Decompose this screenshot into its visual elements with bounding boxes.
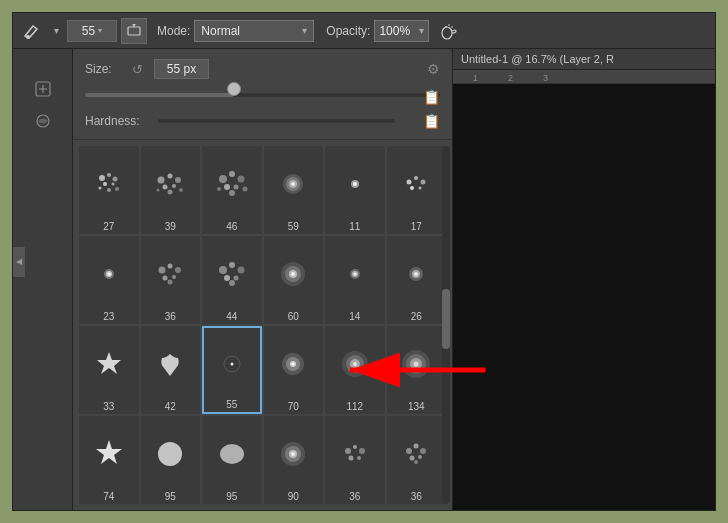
- airbrush-toggle[interactable]: [437, 19, 461, 43]
- brush-item[interactable]: 33: [79, 326, 139, 414]
- brush-label: 90: [288, 491, 299, 502]
- brush-item[interactable]: 70: [264, 326, 324, 414]
- sidebar-tool-2[interactable]: [23, 107, 63, 135]
- brush-item[interactable]: 112: [325, 326, 385, 414]
- brush-preview-20: [143, 418, 199, 489]
- svg-point-60: [233, 275, 238, 280]
- brush-item[interactable]: 46: [202, 146, 262, 234]
- brush-preview-19: [81, 418, 137, 489]
- brush-item[interactable]: 95: [141, 416, 201, 504]
- brush-item-selected[interactable]: 55: [202, 326, 262, 414]
- brush-item[interactable]: 74: [79, 416, 139, 504]
- brush-item[interactable]: 59: [264, 146, 324, 234]
- svg-point-43: [414, 176, 418, 180]
- brush-preview-3: [204, 148, 260, 219]
- sidebar-tool-1[interactable]: [23, 75, 63, 103]
- top-toolbar: ▾ 55 ▾ Mode: Normal ▾ Opacity: 100% ▾: [13, 13, 715, 49]
- brush-preview-2: [143, 148, 199, 219]
- brush-panel: Size: ↺ 55 px ⚙ 📋 Hardness:: [73, 49, 453, 510]
- clip-size-icon[interactable]: 📋: [423, 89, 440, 105]
- brush-preview-17: [327, 328, 383, 399]
- mode-dropdown-arrow: ▾: [302, 25, 307, 36]
- svg-point-52: [175, 267, 181, 273]
- brush-item[interactable]: 14: [325, 236, 385, 324]
- brush-scrollbar[interactable]: [442, 146, 450, 504]
- brush-preview-16: [266, 328, 322, 399]
- svg-point-104: [414, 460, 418, 464]
- panel-collapse-btn[interactable]: ◀: [13, 247, 25, 277]
- brush-grid-container: 27: [73, 140, 452, 510]
- svg-point-35: [242, 186, 247, 191]
- brush-scrollbar-thumb[interactable]: [442, 289, 450, 349]
- brush-item[interactable]: 23: [79, 236, 139, 324]
- brush-preview-8: [143, 238, 199, 309]
- brush-preview-18: [389, 328, 445, 399]
- brush-preview-5: [327, 148, 383, 219]
- brush-item[interactable]: 26: [387, 236, 447, 324]
- svg-point-20: [158, 176, 165, 183]
- brush-item[interactable]: 134: [387, 326, 447, 414]
- brush-item[interactable]: 36: [325, 416, 385, 504]
- svg-point-58: [237, 266, 244, 273]
- svg-point-82: [353, 362, 357, 366]
- svg-point-15: [103, 182, 107, 186]
- brush-item[interactable]: 27: [79, 146, 139, 234]
- brush-item[interactable]: 90: [264, 416, 324, 504]
- svg-point-32: [233, 184, 238, 189]
- brush-item[interactable]: 36: [387, 416, 447, 504]
- brush-settings: Size: ↺ 55 px ⚙ 📋 Hardness:: [73, 49, 452, 140]
- size-slider-track: [85, 93, 440, 97]
- size-slider-thumb[interactable]: [227, 82, 241, 96]
- svg-point-41: [353, 182, 357, 186]
- svg-point-23: [163, 184, 168, 189]
- brush-preview-6: [389, 148, 445, 219]
- brush-item[interactable]: 60: [264, 236, 324, 324]
- svg-point-12: [99, 175, 105, 181]
- brush-label: 59: [288, 221, 299, 232]
- svg-point-78: [292, 362, 295, 365]
- size-label: Size:: [85, 62, 120, 76]
- opacity-selector[interactable]: 100% ▾: [374, 20, 429, 42]
- size-slider-fill: [85, 93, 234, 97]
- brush-item[interactable]: 42: [141, 326, 201, 414]
- brush-item[interactable]: 17: [387, 146, 447, 234]
- svg-point-74: [230, 362, 233, 365]
- settings-gear-icon[interactable]: ⚙: [427, 61, 440, 77]
- brush-item[interactable]: 36: [141, 236, 201, 324]
- svg-point-29: [229, 171, 235, 177]
- tablet-pressure-btn[interactable]: [121, 18, 147, 44]
- brush-preview-7: [81, 238, 137, 309]
- brush-item[interactable]: 39: [141, 146, 201, 234]
- reset-size-icon[interactable]: ↺: [128, 60, 146, 78]
- brush-label: 33: [103, 401, 114, 412]
- brush-item[interactable]: 95: [202, 416, 262, 504]
- svg-point-19: [115, 187, 119, 191]
- brush-tool-icon[interactable]: [19, 18, 45, 44]
- canvas-ruler-horizontal: 1 2 3: [453, 70, 715, 84]
- clip-hardness-icon[interactable]: 📋: [423, 113, 440, 129]
- ruler-mark-1: 1: [473, 73, 478, 83]
- svg-point-27: [179, 188, 183, 192]
- brush-size-selector[interactable]: 55 ▾: [67, 20, 117, 42]
- canvas-area: Untitled-1 @ 16.7% (Layer 2, R 1 2 3: [453, 49, 715, 510]
- brush-label: 17: [411, 221, 422, 232]
- brush-label: 36: [349, 491, 360, 502]
- svg-point-18: [98, 186, 101, 189]
- size-row: Size: ↺ 55 px ⚙: [85, 59, 440, 79]
- svg-point-39: [291, 182, 295, 186]
- brush-item[interactable]: 11: [325, 146, 385, 234]
- mode-value: Normal: [201, 24, 240, 38]
- ruler-mark-3: 3: [543, 73, 548, 83]
- mode-dropdown[interactable]: Normal ▾: [194, 20, 314, 42]
- svg-point-7: [452, 26, 454, 28]
- canvas-title: Untitled-1 @ 16.7% (Layer 2, R: [461, 53, 614, 65]
- tool-dropdown-arrow[interactable]: ▾: [49, 18, 63, 44]
- brush-label: 74: [103, 491, 114, 502]
- svg-point-22: [175, 177, 181, 183]
- size-value-display[interactable]: 55 px: [154, 59, 209, 79]
- ruler-mark-2: 2: [508, 73, 513, 83]
- brush-item[interactable]: 44: [202, 236, 262, 324]
- brush-preview-14: [143, 328, 199, 399]
- svg-point-21: [168, 173, 173, 178]
- svg-point-89: [220, 444, 244, 464]
